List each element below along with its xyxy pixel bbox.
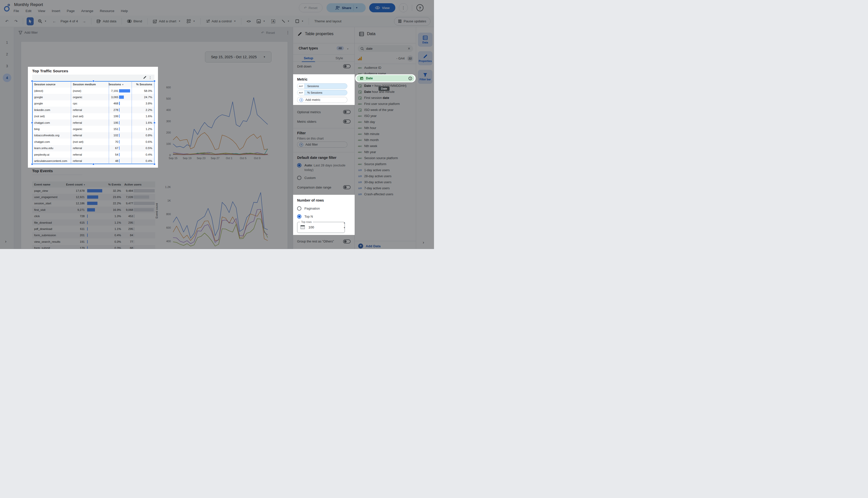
table-row[interactable]: perplexity.aireferral540.4% [32, 152, 154, 158]
menu-edit[interactable]: Edit [26, 9, 31, 13]
table-row[interactable]: view_search_results1910.3%77 [32, 238, 155, 245]
auto-date-range-option[interactable]: Auto: Last 28 days (exclude today) [297, 163, 351, 172]
drill-down-toggle[interactable] [343, 64, 351, 68]
radio-selected-icon[interactable] [297, 163, 301, 167]
col-pct-sessions[interactable]: % Sessions [136, 83, 152, 86]
resize-handle[interactable] [154, 122, 155, 124]
radio-icon[interactable] [297, 176, 301, 180]
radio-selected-icon[interactable] [297, 214, 301, 219]
help-button[interactable]: ? [416, 4, 424, 11]
menu-page[interactable]: Page [67, 9, 75, 13]
data-source-name[interactable]: - GA4 [396, 57, 405, 60]
pagination-option[interactable]: Pagination [297, 206, 351, 211]
menu-arrange[interactable]: Arrange [81, 9, 93, 13]
field-item[interactable]: ISO week of the year [355, 107, 416, 113]
rail-tab-data[interactable]: Data [418, 32, 432, 47]
metric-sliders-toggle[interactable] [343, 119, 351, 123]
table-row[interactable]: bingorganic1511.2% [32, 126, 154, 132]
table-row[interactable]: click7281.3%453 [32, 213, 155, 219]
add-data-button[interactable]: Add data [95, 18, 118, 25]
pause-updates-button[interactable]: Pause updates [394, 17, 430, 26]
zoom-tool-button[interactable]: ▼ [36, 18, 48, 25]
date-range-control[interactable]: Sep 15, 2025 - Oct 12, 2025 ▼ [205, 51, 272, 63]
collapse-panel-icon[interactable]: › [423, 240, 424, 245]
field-item[interactable]: ABCFirst user source platform [355, 101, 416, 107]
field-item[interactable]: ABCNth hour [355, 125, 416, 131]
expand-page-panel-icon[interactable]: › [5, 239, 7, 244]
add-data-bottom-button[interactable]: + Add Data [358, 244, 380, 249]
field-search-input[interactable]: date ✕ [358, 45, 413, 52]
resize-handle[interactable] [92, 80, 94, 82]
metric-chip-pct-sessions[interactable]: AUT % Sessions [297, 90, 347, 95]
col-session-source[interactable]: Session source [34, 83, 55, 86]
menu-insert[interactable]: Insert [52, 9, 60, 13]
undo-button[interactable]: ↶ [3, 18, 10, 24]
chart-more-options-icon[interactable]: ⋮ [148, 76, 152, 80]
table-row[interactable]: (direct)(none)7,19158.0% [32, 88, 154, 94]
insert-shape-button[interactable]: ▼ [294, 18, 305, 24]
redo-button[interactable]: ↷ [13, 18, 20, 24]
optional-metrics-toggle[interactable] [343, 110, 351, 114]
add-filter-button[interactable]: + Add filter [297, 142, 347, 148]
add-metric-button[interactable]: + Add metric [297, 97, 347, 103]
table-row[interactable]: googleorganic3,06524.7% [32, 94, 154, 100]
field-item[interactable]: 12330-day active users [355, 179, 416, 185]
page-thumb-1[interactable]: 1 [3, 38, 11, 47]
top-rows-value[interactable]: 100 [308, 225, 314, 229]
top-rows-stepper[interactable]: ▲ ▼ [343, 221, 346, 229]
chevron-down-icon[interactable]: ⌄ [347, 47, 349, 50]
blend-button[interactable]: Blend [125, 18, 144, 24]
group-others-toggle[interactable] [343, 239, 351, 244]
field-item[interactable]: 12328-day active users [355, 173, 416, 179]
page-thumb-4[interactable]: 4 [3, 74, 11, 82]
table-row[interactable]: file_download6151.1%295 [32, 219, 155, 226]
edit-pencil-icon[interactable] [143, 76, 146, 79]
top-rows-field[interactable]: Top rows 100 [297, 222, 345, 233]
insert-image-button[interactable]: ▼ [255, 18, 267, 25]
table-row[interactable]: page_view17,67832.3%9,484 [32, 187, 155, 194]
event-count-line-chart[interactable]: 4006008001K1.2KEvent count [154, 177, 272, 249]
next-page-button[interactable]: → [80, 18, 88, 24]
page-indicator[interactable]: Page 4 of 4 [61, 19, 78, 23]
canvas-add-filter-button[interactable]: Add filter [18, 31, 38, 35]
comparison-date-range-toggle[interactable] [343, 185, 351, 189]
traffic-table[interactable]: Session source Session medium Sessions ▼… [32, 81, 154, 164]
table-row[interactable]: session_start12,18622.2%9,477 [32, 200, 155, 207]
table-row[interactable]: user_engagement12,92123.6%7,039 [32, 194, 155, 200]
col-session-medium[interactable]: Session medium [73, 83, 96, 86]
field-item[interactable]: ABCSession source platform [355, 155, 416, 161]
radio-icon[interactable] [297, 206, 301, 211]
col-pct-events[interactable]: % Events [108, 183, 121, 186]
reset-button[interactable]: ↶ Reset [299, 3, 323, 12]
field-item[interactable]: ABCNth month [355, 137, 416, 143]
canvas-more-options-icon[interactable]: ⋮ [286, 30, 290, 35]
col-sessions[interactable]: Sessions ▼ [108, 83, 124, 86]
insert-line-button[interactable]: ▼ [280, 18, 292, 24]
table-row[interactable]: (not set)(not set)1991.6% [32, 113, 154, 119]
field-item[interactable]: ABCISO year [355, 113, 416, 119]
menu-file[interactable]: File [14, 9, 19, 13]
col-event-count[interactable]: Event count ▼ [66, 183, 86, 186]
table-row[interactable]: googlecpc4683.8% [32, 101, 154, 107]
field-item[interactable]: ABCNth minute [355, 131, 416, 137]
select-tool-button[interactable] [27, 17, 34, 25]
field-item[interactable]: 1231-day active users [355, 167, 416, 173]
url-embed-button[interactable]: <> [245, 18, 252, 24]
field-item[interactable]: First session date [355, 95, 416, 101]
table-row[interactable]: first_visit9,27116.9%9,068 [32, 207, 155, 213]
table-row[interactable]: learn.snhu.edureferral670.5% [32, 145, 154, 152]
menu-resource[interactable]: Resource [100, 9, 114, 13]
field-item-date[interactable]: Date [357, 75, 414, 82]
sessions-line-chart[interactable]: 0100200300400500600Sep 15Sep 19Sep 23Sep… [154, 77, 272, 163]
col-active-users[interactable]: Active users [124, 183, 141, 186]
resize-handle[interactable] [31, 163, 33, 165]
add-chart-button[interactable]: Add a chart ▼ [151, 18, 182, 25]
chart-types-selector[interactable]: Chart types 48 ⌄ [299, 46, 349, 50]
field-item[interactable]: ABCNth week [355, 143, 416, 149]
tab-style[interactable]: Style [324, 55, 355, 62]
metric-chip-sessions[interactable]: AUT Sessions [297, 83, 347, 89]
rail-tab-properties[interactable]: Properties [418, 51, 432, 65]
community-visualizations-button[interactable]: ▼ [185, 18, 197, 25]
stepper-up-icon[interactable]: ▲ [343, 221, 346, 224]
menu-view[interactable]: View [38, 9, 45, 13]
